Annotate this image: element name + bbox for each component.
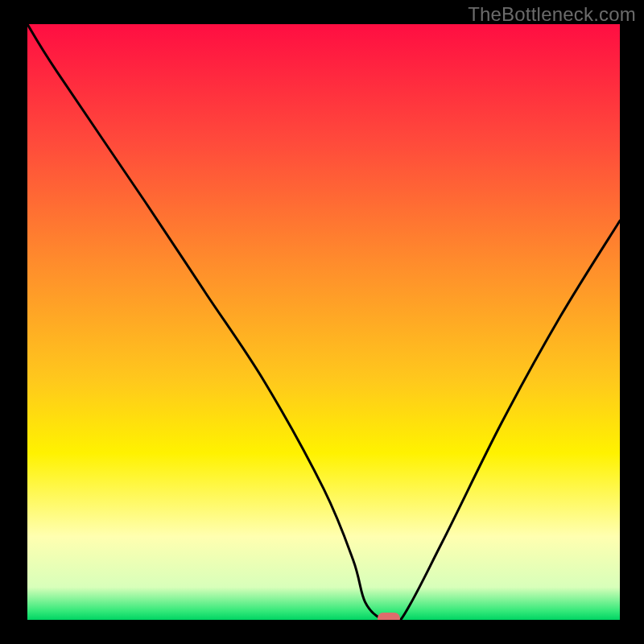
optimal-marker	[378, 613, 400, 620]
watermark-text: TheBottleneck.com	[468, 3, 636, 26]
gradient-background	[27, 24, 620, 620]
bottleneck-plot	[27, 24, 620, 620]
chart-container: TheBottleneck.com	[0, 0, 644, 644]
